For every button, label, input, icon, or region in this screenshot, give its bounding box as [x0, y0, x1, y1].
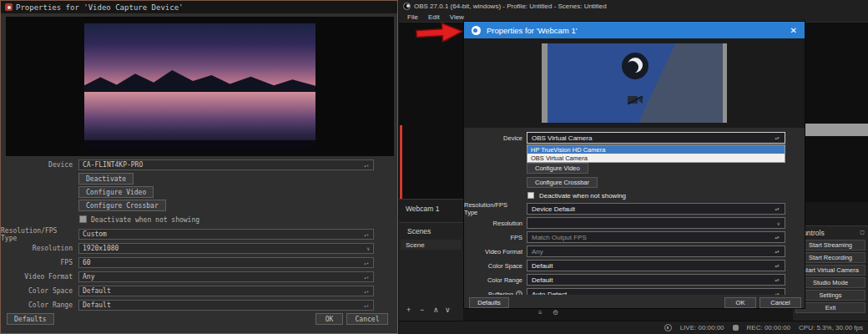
video-format-select[interactable]: Any ▴▾ — [78, 271, 374, 282]
dialog-titlebar[interactable]: Properties for 'Webcam 1' ✕ — [464, 22, 805, 38]
configure-crossbar-button[interactable]: Configure Crossbar — [78, 200, 166, 211]
resolution-fps-type-select[interactable]: Device Default ▴▾ — [527, 203, 785, 215]
color-space-select[interactable]: Default ▴▾ — [78, 286, 374, 296]
resolution-select[interactable]: 1920x1080 ∨ — [78, 243, 374, 254]
move-up-icon[interactable]: ∧ — [433, 306, 439, 314]
deactivate-checkbox[interactable] — [79, 215, 87, 223]
source-item-webcam1[interactable]: Webcam 1 — [406, 205, 439, 213]
webcam-properties-dialog: Properties for 'Webcam 1' ✕ Device OBS V… — [463, 21, 805, 309]
spinner-icon[interactable]: ▴▾ — [774, 264, 780, 267]
spinner-icon[interactable]: ▴▾ — [363, 276, 370, 279]
color-range-value: Default — [532, 276, 553, 284]
row-label-text: Color Range — [487, 276, 522, 284]
deactivate-button[interactable]: Deactivate — [78, 173, 134, 185]
menu-file[interactable]: File — [402, 13, 423, 21]
configure-video-button[interactable]: Configure Video — [527, 163, 588, 174]
device-label: Device — [1, 159, 73, 170]
video-capture-properties-window: Properties for 'Video Capture Device' De… — [0, 0, 398, 334]
color-range-select[interactable]: Default ▴▾ — [78, 300, 374, 311]
buffering-label: Buffering ? — [464, 288, 522, 295]
cancel-button[interactable]: Cancel — [346, 313, 388, 325]
spinner-icon[interactable]: ▴▾ — [363, 261, 370, 265]
color-space-select[interactable]: Default ▴▾ — [527, 260, 785, 271]
row-label-text: Buffering — [488, 291, 513, 296]
row-label-text: Resolution/FPS Type — [464, 201, 522, 216]
menu-view[interactable]: View — [445, 13, 469, 21]
resolution-fps-type-value: Custom — [83, 230, 107, 238]
row-label-text: FPS — [510, 234, 522, 241]
dropdown-option-obs-virtual-camera[interactable]: OBS Virtual Camera — [527, 154, 785, 162]
spinner-icon[interactable]: ▴▾ — [774, 207, 780, 210]
scene-list-item[interactable]: Scene — [401, 240, 462, 250]
obs-logo-icon — [403, 3, 411, 10]
video-format-select[interactable]: Any ▴▾ — [527, 245, 785, 257]
spinner-icon[interactable]: ▴▾ — [774, 278, 780, 281]
spinner-icon[interactable]: ▴▾ — [363, 164, 370, 167]
resolution-select[interactable]: ∨ — [527, 217, 785, 229]
buffering-select[interactable]: Auto-Detect ▴▾ — [527, 288, 785, 295]
main-window-title: OBS 27.0.1 (64-bit, windows) - Profile: … — [414, 3, 607, 10]
spinner-icon[interactable]: ▴▾ — [774, 250, 780, 253]
window-icon — [5, 3, 13, 11]
ok-button[interactable]: OK — [724, 297, 756, 308]
dropdown-option-hp-truevision[interactable]: HP TrueVision HD Camera — [527, 145, 785, 154]
spinner-icon[interactable]: ▴▾ — [774, 235, 780, 239]
cancel-button[interactable]: Cancel — [760, 297, 801, 308]
color-range-select[interactable]: Default ▴▾ — [527, 274, 785, 286]
dialog-form-rows: Resolution/FPS Type Device Default ▴▾ Re… — [464, 199, 806, 295]
device-label: Device — [464, 132, 522, 144]
configure-crossbar-button[interactable]: Configure Crossbar — [527, 177, 598, 188]
dock-options-icon[interactable]: ◻ — [860, 229, 865, 235]
row-label-text: Resolution — [493, 220, 522, 227]
defaults-button[interactable]: Defaults — [469, 297, 509, 308]
webcam-preview-area — [464, 38, 805, 128]
mixer-menu-icon[interactable]: ≡ — [538, 309, 542, 316]
remove-source-icon[interactable]: − — [420, 306, 424, 314]
spinner-icon[interactable]: ▴▾ — [363, 290, 370, 293]
color-space-label: Color Space — [464, 260, 522, 271]
device-select[interactable]: OBS Virtual Camera ▴▾ — [527, 132, 785, 144]
main-window-titlebar[interactable]: OBS 27.0.1 (64-bit, windows) - Profile: … — [399, 0, 868, 12]
preview-source-fragment — [805, 124, 868, 136]
fps-select[interactable]: 60 ▴▾ — [78, 257, 374, 268]
camera-preview-image — [84, 23, 315, 149]
add-source-icon[interactable]: + — [406, 306, 411, 314]
move-down-icon[interactable]: ∨ — [445, 306, 451, 314]
spinner-icon[interactable]: ▴▾ — [774, 136, 780, 139]
left-window-title: Properties for 'Video Capture Device' — [16, 3, 183, 12]
video-preview-area — [6, 17, 394, 156]
scene-item-label: Scene — [406, 241, 425, 249]
ok-button[interactable]: OK — [315, 313, 343, 325]
device-label-text: Device — [503, 134, 522, 142]
color-space-value: Default — [83, 287, 111, 295]
preview-left-bar — [542, 43, 548, 123]
live-status: LIVE: 00:00:00 — [680, 324, 724, 331]
resolution-fps-type-select[interactable]: Custom ▴▾ — [78, 229, 374, 240]
resolution-fps-type-value: Device Default — [532, 205, 575, 213]
configure-video-button[interactable]: Configure Video — [78, 186, 154, 198]
mixer-gear-icon[interactable]: ⚙ — [553, 309, 558, 316]
color-range-label: Color Range — [1, 300, 73, 311]
spinner-icon[interactable]: ▴▾ — [774, 292, 780, 295]
chevron-down-icon[interactable]: ∨ — [366, 245, 370, 251]
resolution-fps-type-label: Resolution/FPS Type — [1, 229, 73, 240]
screenshot-stage: Properties for 'Video Capture Device' De… — [0, 0, 868, 334]
status-bar: LIVE: 00:00:00 REC: 00:00:00 CPU: 5.3%, … — [399, 321, 868, 334]
exit-button[interactable]: Exit — [795, 302, 865, 313]
fps-value: 60 — [83, 259, 91, 266]
spinner-icon[interactable]: ▴▾ — [363, 304, 370, 307]
menu-edit[interactable]: Edit — [423, 13, 445, 21]
defaults-button[interactable]: Defaults — [7, 313, 54, 325]
left-window-titlebar[interactable]: Properties for 'Video Capture Device' — [1, 1, 397, 14]
chevron-down-icon[interactable]: ∨ — [777, 220, 780, 226]
webcam-placeholder-image — [548, 43, 723, 123]
fps-select[interactable]: Match Output FPS ▴▾ — [527, 231, 785, 243]
deactivate-checkbox[interactable] — [527, 192, 534, 199]
close-icon[interactable]: ✕ — [790, 26, 797, 35]
spinner-icon[interactable]: ▴▾ — [363, 233, 370, 236]
help-icon[interactable]: ? — [516, 291, 522, 295]
device-select[interactable]: CA-FLINT4KP-PRO ▴▾ — [78, 159, 374, 170]
annotation-arrow — [414, 20, 465, 44]
rec-dot-icon — [733, 325, 739, 331]
rec-status: REC: 00:00:00 — [747, 324, 790, 331]
